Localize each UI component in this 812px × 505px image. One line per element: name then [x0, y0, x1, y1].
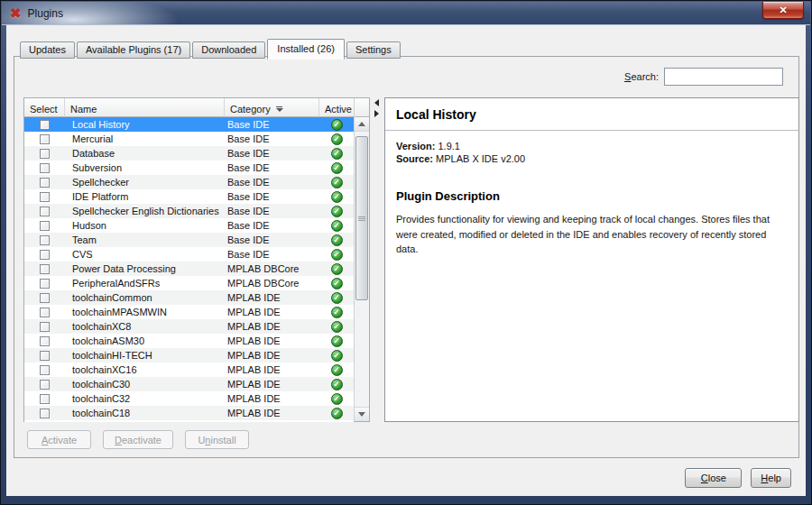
column-header-select[interactable]: Select — [24, 98, 65, 117]
plugin-name: Hudson — [65, 220, 225, 231]
table-row[interactable]: Subversion Base IDE ✓ — [24, 161, 354, 175]
table-row[interactable]: Hudson Base IDE ✓ — [24, 218, 354, 233]
active-cell: ✓ — [319, 292, 354, 304]
active-check-icon: ✓ — [331, 379, 343, 390]
active-cell: ✓ — [319, 263, 354, 275]
table-row[interactable]: IDE Platform Base IDE ✓ — [24, 189, 354, 204]
plugin-name: Local History — [65, 119, 225, 130]
row-checkbox[interactable] — [40, 394, 50, 404]
help-button[interactable]: Help — [751, 468, 791, 488]
plugin-details-title: Local History — [385, 98, 798, 130]
row-checkbox[interactable] — [40, 134, 50, 144]
active-cell: ✓ — [319, 177, 354, 188]
table-row[interactable]: toolchainMPASMWIN MPLAB IDE ✓ — [24, 305, 354, 319]
select-cell — [24, 178, 65, 188]
plugin-category: MPLAB IDE — [225, 335, 319, 346]
row-checkbox[interactable] — [40, 264, 50, 274]
plugin-name: Database — [65, 148, 225, 159]
table-row[interactable]: Local History Base IDE ✓ — [24, 117, 354, 132]
column-header-name[interactable]: Name — [65, 98, 225, 117]
deactivate-button[interactable]: Deactivate — [103, 430, 173, 449]
select-cell — [24, 380, 65, 390]
tab-updates[interactable]: Updates — [20, 41, 75, 59]
tab-settings[interactable]: Settings — [346, 41, 401, 59]
table-row[interactable]: PeripheralAndSFRs MPLAB DBCore ✓ — [24, 276, 354, 290]
plugin-name: toolchainC32 — [65, 393, 225, 404]
table-row[interactable]: Spellchecker English Dictionaries Base I… — [24, 204, 354, 218]
row-checkbox[interactable] — [40, 308, 50, 317]
row-checkbox[interactable] — [40, 221, 50, 231]
source-line: Source: MPLAB X IDE v2.00 — [396, 153, 788, 164]
collapse-right-icon[interactable] — [374, 110, 379, 117]
row-checkbox[interactable] — [40, 192, 50, 202]
tab-available-plugins[interactable]: Available Plugins (17) — [77, 41, 190, 59]
row-checkbox[interactable] — [40, 322, 50, 332]
plugin-name: toolchainC18 — [65, 408, 225, 418]
row-checkbox[interactable] — [40, 380, 50, 390]
plugins-table: Select Name Category Active Local Histor… — [23, 97, 370, 422]
table-row[interactable]: toolchainXC16 MPLAB IDE ✓ — [24, 363, 354, 377]
row-checkbox[interactable] — [40, 279, 50, 289]
table-row[interactable]: toolchainHI-TECH MPLAB IDE ✓ — [24, 348, 354, 363]
mplab-x-app-icon: ✖ — [10, 6, 22, 20]
collapse-left-icon[interactable] — [374, 99, 379, 106]
column-header-category[interactable]: Category — [225, 98, 319, 117]
table-row[interactable]: toolchainC30 MPLAB IDE ✓ — [24, 377, 354, 391]
select-cell — [24, 322, 65, 332]
window-title: Plugins — [28, 7, 63, 20]
tab-installed[interactable]: Installed (26) — [267, 39, 345, 60]
active-check-icon: ✓ — [331, 278, 343, 289]
column-header-active[interactable]: Active — [319, 98, 354, 117]
scrollbar-thumb[interactable] — [355, 136, 368, 300]
dialog-content: Updates Available Plugins (17) Downloade… — [6, 25, 806, 496]
activate-button[interactable]: Activate — [27, 430, 91, 449]
window-close-button[interactable]: ✕ — [762, 2, 804, 19]
table-row[interactable]: toolchainXC8 MPLAB IDE ✓ — [24, 319, 354, 334]
plugin-category: MPLAB IDE — [225, 379, 319, 390]
dialog-footer-buttons: Close Help — [685, 468, 791, 488]
select-cell — [24, 192, 65, 202]
row-checkbox[interactable] — [40, 178, 50, 188]
select-cell — [24, 134, 65, 144]
row-checkbox[interactable] — [40, 351, 50, 361]
table-row[interactable]: toolchainASM30 MPLAB IDE ✓ — [24, 334, 354, 348]
row-checkbox[interactable] — [40, 293, 50, 303]
select-cell — [24, 163, 65, 173]
close-button[interactable]: Close — [685, 468, 742, 488]
row-checkbox[interactable] — [40, 207, 50, 216]
select-cell — [24, 250, 65, 260]
active-check-icon: ✓ — [331, 408, 343, 419]
version-line: Version: 1.9.1 — [396, 141, 788, 152]
uninstall-button[interactable]: Uninstall — [185, 430, 249, 449]
row-checkbox[interactable] — [40, 336, 50, 346]
row-checkbox[interactable] — [40, 250, 50, 260]
table-row[interactable]: Mercurial Base IDE ✓ — [24, 132, 354, 146]
row-checkbox[interactable] — [40, 120, 50, 130]
scrollbar-up-button[interactable] — [355, 117, 369, 132]
search-input[interactable] — [664, 68, 783, 86]
plugin-name: toolchainXC8 — [65, 321, 225, 332]
table-row[interactable]: toolchainCommon MPLAB IDE ✓ — [24, 290, 354, 305]
table-vertical-scrollbar[interactable] — [354, 98, 369, 421]
plugin-category: Base IDE — [225, 177, 319, 188]
row-checkbox[interactable] — [40, 235, 50, 245]
active-check-icon: ✓ — [331, 335, 343, 347]
table-row[interactable]: CVS Base IDE ✓ — [24, 247, 354, 262]
scrollbar-down-button[interactable] — [355, 407, 369, 421]
row-checkbox[interactable] — [40, 365, 50, 375]
active-check-icon: ✓ — [331, 133, 343, 145]
row-checkbox[interactable] — [40, 149, 50, 159]
scrollbar-header-spacer — [355, 98, 369, 117]
table-row[interactable]: Database Base IDE ✓ — [24, 146, 354, 161]
plugins-dialog: ✖ Plugins ✕ Updates Available Plugins (1… — [0, 0, 812, 505]
table-row[interactable]: toolchainC32 MPLAB IDE ✓ — [24, 391, 354, 406]
table-row[interactable]: toolchainC18 MPLAB IDE ✓ — [24, 406, 354, 420]
tab-downloaded[interactable]: Downloaded — [192, 41, 265, 59]
table-row[interactable]: Team Base IDE ✓ — [24, 233, 354, 247]
plugin-name: PeripheralAndSFRs — [65, 278, 225, 289]
row-checkbox[interactable] — [40, 163, 50, 173]
table-row[interactable]: Power Data Processing MPLAB DBCore ✓ — [24, 262, 354, 276]
table-row[interactable]: ✓ — [24, 420, 354, 422]
table-row[interactable]: Spellchecker Base IDE ✓ — [24, 175, 354, 189]
row-checkbox[interactable] — [40, 409, 50, 418]
